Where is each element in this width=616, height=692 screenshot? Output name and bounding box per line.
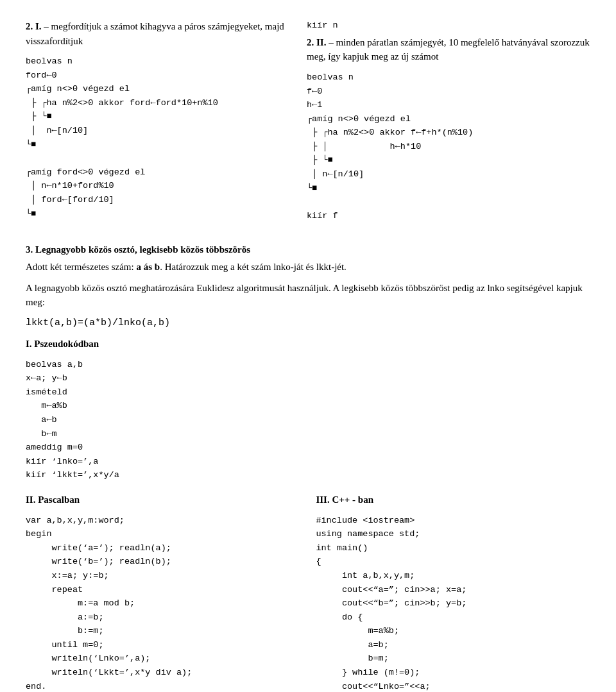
- code-line: └■: [26, 207, 287, 221]
- pseudo-title: I. Pszeudokódban: [26, 337, 590, 351]
- code-line: int main(): [316, 541, 586, 555]
- code-line: a←b: [26, 413, 590, 427]
- code-line: │ n←[n/10]: [307, 167, 590, 181]
- code-line: beolvas n: [307, 71, 590, 85]
- code-line: } while (m!=0);: [316, 666, 586, 680]
- code-line: ┌amíg ford<>0 végezd el: [26, 165, 287, 180]
- section3-a: a ás b: [136, 262, 160, 272]
- code-line: m:=a mod b;: [26, 596, 296, 611]
- section2-left-title: 2. I.: [26, 21, 42, 31]
- code-line: │ n←[n/10]: [26, 124, 287, 138]
- code-line: b:=m;: [26, 624, 296, 638]
- code-line: x:=a; y:=b;: [26, 569, 296, 583]
- code-line: cout<<“Lnko=”<<a;: [316, 680, 586, 692]
- code-line: cout<<“a=”; cin>>a; x=a;: [316, 583, 586, 597]
- code-line: m←a%b: [26, 399, 590, 413]
- pascal-title-text: II. Pascalban: [26, 494, 80, 505]
- code-line: beolvas n: [26, 55, 287, 69]
- section3-subtitle-text: Adott két természetes szám:: [26, 262, 134, 272]
- code-line: a=b;: [316, 638, 586, 652]
- code-line: ├ ┌ha n%2<>0 akkor ford←ford*10+n%10: [26, 96, 287, 110]
- code-line: ismételd: [26, 385, 590, 400]
- code-line: write(‘a=’); readln(a);: [26, 541, 296, 555]
- bottom-columns: II. Pascalban var a,b,x,y,m:word; begin …: [26, 493, 590, 692]
- cpp-col: III. C++ - ban #include <iostream> using…: [316, 493, 586, 692]
- code-line: kiír ‘lkkt=’,x*y/a: [26, 468, 590, 482]
- code-line: writeln(‘Lnko=’,a);: [26, 652, 296, 666]
- code-line: │ n←n*10+ford%10: [26, 179, 287, 193]
- code-line: #include <iostream>: [316, 514, 586, 528]
- code-line: ameddig m=0: [26, 441, 590, 455]
- pseudo-code-block: beolvas a,b x←a; y←b ismételd m←a%b a←b …: [26, 358, 590, 482]
- code-line: repeat: [26, 583, 296, 597]
- code-line: b←m: [26, 427, 590, 441]
- pascal-title: II. Pascalban: [26, 493, 296, 507]
- code-line: b=m;: [316, 652, 586, 666]
- section3-title: 3. Legnagyobb közös osztó, legkisebb köz…: [26, 243, 590, 257]
- section3-subtitle: Adott két természetes szám: a ás b. Hatá…: [26, 260, 590, 274]
- code-line: h←1: [307, 98, 590, 112]
- code-line: │ ford←[ford/10]: [26, 193, 287, 207]
- code-line: f←0: [307, 85, 590, 99]
- code-line: ├ │ h←h*10: [307, 140, 590, 154]
- code-line: begin: [26, 527, 296, 541]
- cpp-code: #include <iostream> using namespace std;…: [316, 514, 586, 692]
- code-line: kiír f: [307, 209, 590, 223]
- code-line: beolvas a,b: [26, 358, 590, 372]
- kiir-n-label: kiír n: [307, 19, 590, 33]
- section2-right-code: beolvas n f←0 h←1 ┌amíg n<>0 végezd el ├…: [307, 71, 590, 223]
- section2-left-desc-text: – megfordítjuk a számot kihagyva a páros…: [26, 21, 284, 46]
- section3-para1: A legnagyobb közös osztó meghatározására…: [26, 281, 590, 310]
- section2-right: kiír n 2. II. – minden páratlan számjegy…: [307, 19, 590, 232]
- code-line: do {: [316, 611, 586, 625]
- code-line: {: [316, 555, 586, 569]
- pseudo-title-text: I. Pszeudokódban: [26, 339, 99, 349]
- section2-left-desc: 2. I. – megfordítjuk a számot kihagyva a…: [26, 19, 287, 48]
- section3-desc1: . Határozzuk meg a két szám lnko-ját és …: [160, 262, 346, 272]
- code-line: m=a%b;: [316, 624, 586, 638]
- pascal-col: II. Pascalban var a,b,x,y,m:word; begin …: [26, 493, 296, 692]
- code-line: ┌amíg n<>0 végezd el: [26, 82, 287, 96]
- page-content: 2. I. – megfordítjuk a számot kihagyva a…: [26, 19, 590, 692]
- code-line: end.: [26, 680, 296, 692]
- code-line: ├ └■: [307, 153, 590, 167]
- code-line: write(‘b=’); readln(b);: [26, 555, 296, 569]
- code-line: ├ ┌ha n%2<>0 akkor f←f+h*(n%10): [307, 126, 590, 140]
- cpp-title-text: III. C++ - ban: [316, 494, 373, 505]
- code-line: cout<<“b=”; cin>>b; y=b;: [316, 596, 586, 611]
- code-line: └■: [26, 138, 287, 152]
- section2-right-desc-text: – minden páratlan számjegyét, 10 megfele…: [307, 37, 590, 62]
- code-line: ├ └■: [26, 110, 287, 124]
- pascal-code: var a,b,x,y,m:word; begin write(‘a=’); r…: [26, 514, 296, 692]
- code-line: writeln(‘Lkkt=’,x*y div a);: [26, 666, 296, 680]
- code-line: until m=0;: [26, 638, 296, 652]
- section2-columns: 2. I. – megfordítjuk a számot kihagyva a…: [26, 19, 590, 232]
- section2-right-title: 2. II.: [307, 37, 326, 47]
- section2-left: 2. I. – megfordítjuk a számot kihagyva a…: [26, 19, 287, 232]
- code-line: ┌amíg n<>0 végezd el: [307, 112, 590, 126]
- section3-formula: lkkt(a,b)=(a*b)/lnko(a,b): [26, 316, 590, 331]
- section3-block: 3. Legnagyobb közös osztó, legkisebb köz…: [26, 243, 590, 482]
- code-line: └■: [307, 181, 590, 196]
- cpp-title: III. C++ - ban: [316, 493, 586, 507]
- code-line: x←a; y←b: [26, 371, 590, 385]
- code-line: kiír ‘lnko=’,a: [26, 455, 590, 469]
- code-line: a:=b;: [26, 611, 296, 625]
- code-line: ford←0: [26, 69, 287, 83]
- code-line: var a,b,x,y,m:word;: [26, 514, 296, 528]
- code-line: int a,b,x,y,m;: [316, 569, 586, 583]
- code-line: using namespace std;: [316, 527, 586, 541]
- section2-left-code: beolvas n ford←0 ┌amíg n<>0 végezd el ├ …: [26, 55, 287, 221]
- section2-right-desc: 2. II. – minden páratlan számjegyét, 10 …: [307, 35, 590, 64]
